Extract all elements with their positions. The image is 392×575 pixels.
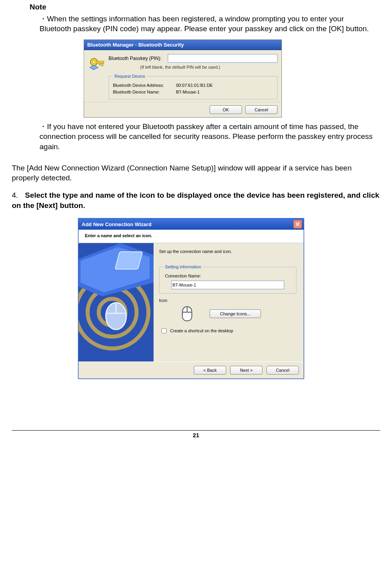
setting-information-group: Setting information Connection Name:: [159, 264, 296, 294]
step-number: 4.: [12, 190, 23, 200]
svg-point-1: [93, 61, 96, 64]
close-button[interactable]: [293, 220, 302, 229]
svg-rect-4: [99, 63, 100, 65]
step-instruction: Select the type and name of the icon to …: [12, 191, 379, 210]
ok-button[interactable]: OK: [210, 105, 242, 114]
create-shortcut-label: Create a shortcut on the desktop: [170, 328, 233, 334]
mouse-icon: [180, 306, 194, 322]
icon-label: Icon: [159, 298, 296, 303]
svg-rect-11: [115, 252, 143, 269]
setting-information-legend: Setting information: [163, 264, 203, 270]
window-title: Add New Connection Wizard: [82, 221, 152, 228]
connection-name-label: Connection Name:: [165, 273, 292, 279]
wizard-banner-image: [79, 243, 154, 361]
note-bullet-2: ・If you have not entered your Bluetooth …: [39, 122, 377, 152]
cancel-button[interactable]: Cancel: [245, 105, 278, 114]
back-button[interactable]: < Back: [194, 366, 226, 375]
wizard-header: Enter a name and select an icon.: [79, 230, 304, 243]
next-button[interactable]: Next >: [230, 366, 263, 375]
change-icons-button[interactable]: Change Icons...: [210, 309, 261, 318]
cancel-button[interactable]: Cancel: [266, 366, 299, 375]
add-connection-wizard-dialog: Add New Connection Wizard Enter a name a…: [78, 218, 304, 379]
window-title: Bluetooth Manager - Bluetooth Security: [84, 40, 281, 51]
passkey-input[interactable]: [168, 54, 278, 63]
note-heading: Note: [30, 2, 380, 12]
svg-rect-2: [97, 61, 104, 63]
request-device-legend: Request Device: [113, 73, 147, 79]
connection-name-input[interactable]: [171, 281, 284, 289]
request-device-group: Request Device Bluetooth Device Address:…: [109, 73, 278, 99]
create-shortcut-checkbox[interactable]: [161, 328, 167, 333]
note-bullet-1: ・When the settings information has been …: [39, 14, 377, 34]
svg-rect-3: [101, 63, 103, 66]
bluetooth-security-dialog: Bluetooth Manager - Bluetooth Security B…: [84, 39, 282, 118]
device-name-value: BT-Mouse-1: [176, 89, 200, 95]
device-address-label: Bluetooth Device Address:: [113, 82, 176, 88]
close-icon: [296, 221, 300, 228]
passkey-hint: (If left blank, the default PIN will be …: [140, 64, 278, 70]
mid-paragraph: The [Add New Connection Wizard (Connecti…: [12, 163, 380, 183]
footer-rule: [12, 430, 380, 431]
key-icon: [88, 56, 105, 73]
passkey-label: Bluetooth Passkey (PIN):: [109, 55, 168, 62]
wizard-intro-text: Set up the connection name and icon.: [159, 249, 296, 255]
device-name-label: Bluetooth Device Name:: [113, 89, 176, 95]
page-number: 21: [12, 431, 380, 439]
device-address-value: 00:07:61:01:B1:DE: [176, 82, 213, 88]
